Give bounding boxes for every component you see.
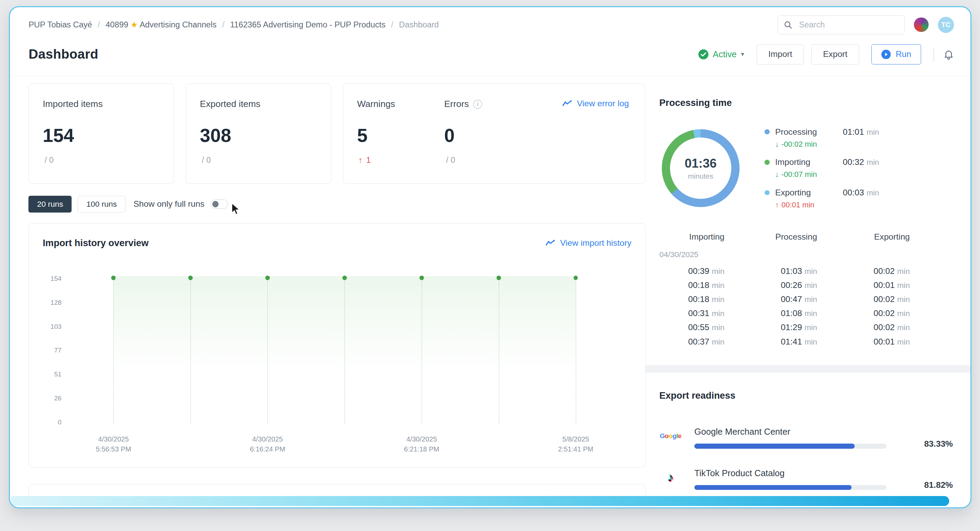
avatar[interactable]: TC: [938, 17, 954, 33]
import-history-chart: 1541281037751260 4/30/20255:56:53 PM4/30…: [43, 274, 632, 454]
processing-table-header-cell: Exporting: [817, 232, 910, 242]
legend-label: Processing: [775, 127, 817, 137]
chart-run-line: [345, 280, 345, 424]
arrow-up-icon: ↑: [358, 155, 363, 165]
runs-100-button[interactable]: 100 runs: [78, 196, 125, 212]
topbar-right: TC: [778, 16, 954, 34]
chart-run-point[interactable]: [419, 276, 424, 280]
breadcrumb: PUP Tobias Cayé/40899 ★ Advertising Chan…: [29, 20, 439, 29]
view-error-log-link[interactable]: View error log: [562, 99, 629, 108]
google-logo: Google: [659, 427, 682, 445]
legend-delta-value: -00:02 min: [781, 140, 817, 149]
chart-plot: 4/30/20255:56:53 PM4/30/20256:16:24 PM4/…: [67, 274, 631, 454]
breadcrumb-item: Dashboard: [399, 20, 439, 29]
processing-table-row: 00:18min00:26min00:01min: [659, 278, 910, 292]
export-percent: 81.82%: [924, 480, 953, 490]
status-dropdown[interactable]: Active ▾: [698, 49, 745, 59]
notifications-bell-icon[interactable]: [943, 49, 954, 60]
export-channel-name: Google Merchant Center: [694, 426, 886, 437]
processing-time-title: Processing time: [659, 97, 953, 108]
chart-y-tick: 103: [50, 323, 61, 330]
breadcrumb-item[interactable]: 40899 ★ Advertising Channels: [105, 20, 216, 29]
chart-y-tick: 0: [58, 419, 62, 426]
chart-run-point[interactable]: [266, 276, 270, 280]
page-title: Dashboard: [29, 46, 98, 62]
export-readiness-item[interactable]: GoogleGoogle Merchant Center83.33%: [659, 426, 953, 449]
errors-sub: / 0: [444, 155, 531, 165]
arrow-down-icon: ↓: [775, 140, 779, 149]
header-actions: Active ▾ Import Export Run: [698, 44, 954, 64]
processing-table-cell: 00:02min: [817, 309, 910, 318]
content: Imported items 154 / 0 Exported items 30…: [10, 76, 970, 509]
breadcrumb-separator: /: [222, 20, 225, 29]
breadcrumb-item[interactable]: 1162365 Advertising Demo - PUP Products: [230, 20, 386, 29]
legend-dot: [765, 190, 770, 195]
help-widget-icon[interactable]: [914, 18, 928, 32]
info-icon[interactable]: i: [473, 100, 482, 108]
status-label: Active: [713, 49, 737, 59]
processing-table-row: 00:39min01:03min00:02min: [659, 264, 910, 278]
chart-x-label: 4/30/20256:21:18 PM: [381, 434, 463, 454]
warnings-errors-card: Warnings 5 ↑ 1 Errors i: [343, 83, 645, 184]
export-readiness-title: Export readiness: [659, 390, 953, 401]
processing-table-cell: 00:26min: [724, 281, 817, 290]
legend-delta-value: -00:07 min: [781, 170, 817, 179]
chart-run-point[interactable]: [188, 276, 193, 280]
chart-run-line: [499, 280, 499, 424]
import-button[interactable]: Import: [757, 44, 804, 64]
right-column: Processing time 01:36 minutes Processing…: [646, 83, 970, 490]
processing-table-header: ImportingProcessingExporting: [659, 232, 910, 242]
processing-table-cell: 00:01min: [817, 281, 910, 290]
view-import-history-link[interactable]: View import history: [546, 238, 631, 248]
chart-y-tick: 26: [54, 395, 61, 402]
processing-legend-item: Exporting00:03min↑00:01 min: [765, 188, 879, 209]
chart-run-point[interactable]: [573, 276, 578, 280]
search-box[interactable]: [778, 16, 905, 34]
search-input[interactable]: [798, 19, 898, 30]
export-readiness-list: GoogleGoogle Merchant Center83.33%♪TikTo…: [659, 426, 953, 490]
chart-line-icon: [562, 100, 572, 107]
errors-title: Errors: [444, 99, 469, 109]
search-icon: [784, 20, 792, 29]
toggle-knob: [212, 201, 218, 207]
tiktok-logo: ♪: [659, 469, 682, 486]
chart-x-label: 4/30/20256:16:24 PM: [227, 434, 308, 454]
export-readiness-item[interactable]: ♪TikTok Product Catalog81.82%: [659, 467, 953, 490]
warnings-value: 5: [357, 124, 444, 147]
warnings-delta-value: 1: [366, 155, 371, 165]
chart-run-point[interactable]: [342, 276, 347, 280]
processing-table-cell: 00:02min: [817, 322, 910, 332]
chart-run-line: [267, 280, 268, 424]
imported-items-card: Imported items 154 / 0: [29, 83, 173, 184]
processing-table-header-cell: Processing: [724, 232, 817, 242]
processing-time-donut: 01:36 minutes: [662, 129, 740, 207]
chart-run-point[interactable]: [496, 276, 501, 280]
arrow-up-icon: ↑: [775, 201, 779, 209]
status-active-icon: [698, 49, 708, 59]
processing-table-row: 00:55min01:29min00:02min: [659, 321, 910, 335]
runs-20-button[interactable]: 20 runs: [29, 196, 72, 212]
card-title: Exported items: [200, 99, 317, 109]
run-button[interactable]: Run: [872, 44, 921, 64]
processing-table-cell: 00:55min: [659, 322, 724, 332]
warnings-block: Warnings 5 ↑ 1: [357, 99, 444, 168]
processing-table-cell: 01:08min: [724, 309, 817, 318]
chart-y-tick: 51: [54, 371, 61, 378]
processing-table-cell: 00:31min: [659, 309, 724, 318]
chart-run-point[interactable]: [111, 276, 116, 280]
processing-legend-item: Importing00:32min↓-00:07 min: [765, 157, 879, 179]
runs-filter-row: 20 runs 100 runs Show only full runs: [29, 196, 645, 212]
legend-delta: ↑00:01 min: [775, 201, 879, 209]
processing-table-cell: 01:03min: [724, 266, 817, 276]
view-import-history-label: View import history: [560, 238, 631, 248]
legend-delta: ↓-00:02 min: [775, 140, 879, 149]
processing-table-cell: 00:37min: [659, 337, 724, 346]
imported-items-value: 154: [43, 124, 160, 147]
breadcrumb-item[interactable]: PUP Tobias Cayé: [29, 20, 92, 29]
show-only-full-runs-toggle[interactable]: [211, 199, 228, 209]
export-button[interactable]: Export: [811, 44, 859, 64]
legend-dot: [765, 160, 770, 165]
import-history-header: Import history overview View import hist…: [43, 237, 632, 249]
chart-x-label: 5/8/20252:51:41 PM: [535, 434, 617, 454]
page-header: Dashboard Active ▾ Import Export Run: [10, 40, 970, 76]
